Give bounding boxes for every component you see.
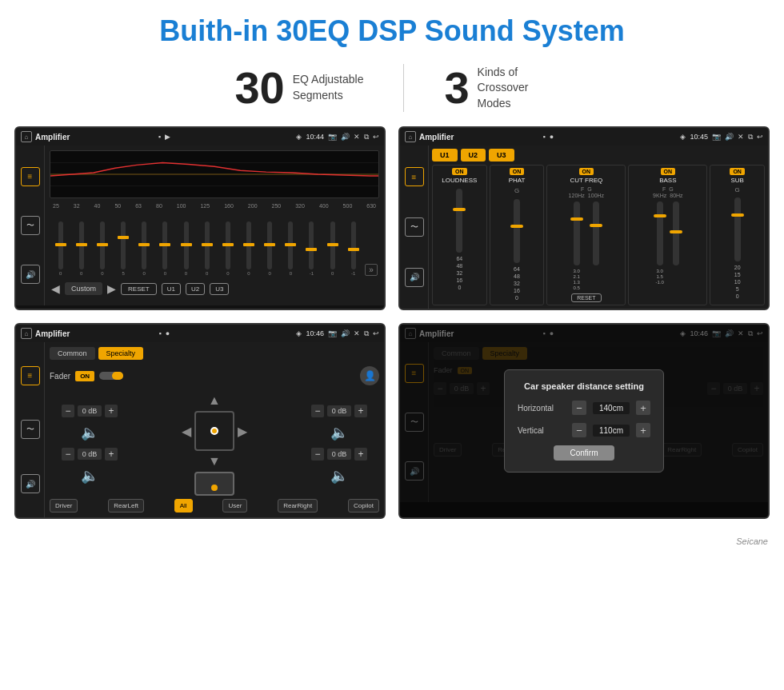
sidebar-vol-btn-2[interactable]: 🔊 — [405, 268, 424, 287]
u3-preset-btn[interactable]: U3 — [489, 149, 514, 162]
db-plus-rl[interactable]: + — [105, 448, 118, 461]
slider-8[interactable]: 0 — [198, 221, 216, 276]
custom-btn[interactable]: Custom — [65, 282, 102, 295]
tab-common[interactable]: Common — [50, 347, 95, 360]
all-btn[interactable]: All — [174, 499, 193, 513]
sidebar-wave-btn-2[interactable]: 〜 — [405, 217, 424, 237]
screen1-sidebar: ≡ 〜 🔊 — [16, 146, 45, 305]
bass-col: ON BASS FG 9KHz — [628, 165, 707, 305]
slider-7[interactable]: 0 — [177, 221, 195, 276]
reset-btn-2[interactable]: RESET — [571, 293, 601, 302]
tab-specialty[interactable]: Specialty — [98, 347, 144, 360]
loudness-col: ON LOUDNESS 64 48 32 16 0 — [432, 165, 487, 305]
dot-icon: ● — [550, 133, 554, 141]
db-minus-fr[interactable]: − — [311, 405, 324, 417]
driver-btn[interactable]: Driver — [50, 499, 78, 513]
slider-14[interactable]: 0 — [323, 221, 342, 276]
slider-1[interactable]: 0 — [51, 221, 70, 276]
slider-15[interactable]: -1 — [344, 221, 362, 276]
sidebar-eq-btn-2[interactable]: ≡ — [405, 167, 424, 186]
distance-dialog: Car speaker distance setting Horizontal … — [504, 369, 664, 473]
sidebar-vol-btn[interactable]: 🔊 — [21, 265, 40, 284]
u2-btn[interactable]: U2 — [186, 283, 205, 295]
person-icon[interactable]: 👤 — [360, 366, 379, 385]
slider-2[interactable]: 0 — [72, 221, 90, 276]
cutfreq-on[interactable]: ON — [579, 168, 594, 175]
horizontal-value: 140cm — [593, 402, 630, 414]
eq-bottom-controls: ◀ Custom ▶ RESET U1 U2 U3 — [50, 279, 379, 298]
rear-right-btn[interactable]: RearRight — [278, 499, 318, 513]
back-icon-2: ↩ — [757, 133, 763, 141]
rear-left-btn[interactable]: RearLeft — [108, 499, 144, 513]
loudness-slider[interactable] — [456, 189, 462, 253]
slider-10[interactable]: 0 — [239, 221, 258, 276]
phat-label: PHAT — [509, 177, 526, 184]
confirm-button[interactable]: Confirm — [554, 445, 614, 461]
expand-btn[interactable]: » — [365, 264, 378, 276]
phat-slider[interactable] — [514, 199, 520, 263]
slider-9[interactable]: 0 — [218, 221, 237, 276]
slider-5[interactable]: 0 — [135, 221, 154, 276]
db-minus-fl[interactable]: − — [62, 405, 74, 417]
slider-6[interactable]: 0 — [156, 221, 174, 276]
cutfreq-slider-f[interactable] — [574, 201, 580, 265]
screens-grid: ⌂ Amplifier ▪ ▶ ◈ 10:44 📷 🔊 ✕ ⧉ ↩ ≡ 〜 🔊 — [0, 126, 784, 533]
horizontal-minus[interactable]: − — [572, 401, 586, 415]
screen1-title: Amplifier — [35, 133, 155, 142]
db-minus-rr[interactable]: − — [311, 448, 324, 461]
sub-col: ON SUB G 20 15 10 5 0 — [710, 165, 765, 305]
cutfreq-label: CUT FREQ — [570, 177, 602, 184]
sidebar-eq-btn[interactable]: ≡ — [21, 167, 40, 186]
home-icon[interactable]: ⌂ — [21, 131, 32, 142]
phat-on[interactable]: ON — [510, 168, 525, 175]
watermark: Seicane — [0, 533, 784, 552]
bass-slider-f[interactable] — [657, 201, 663, 265]
bottom-buttons: Driver RearLeft All User RearRight Copil… — [50, 499, 379, 513]
sub-slider[interactable] — [734, 197, 741, 261]
reset-btn[interactable]: RESET — [121, 283, 157, 295]
copilot-btn[interactable]: Copilot — [348, 499, 379, 513]
stat-crossover-number: 3 — [444, 66, 469, 110]
db-minus-rl[interactable]: − — [62, 448, 74, 461]
db-plus-fr[interactable]: + — [354, 405, 367, 417]
play-icon: ▶ — [165, 133, 170, 141]
vertical-plus[interactable]: + — [636, 423, 650, 437]
fader-on-toggle[interactable]: ON — [75, 371, 94, 381]
crossover-columns: ON LOUDNESS 64 48 32 16 0 — [432, 165, 765, 305]
u1-preset-btn[interactable]: U1 — [432, 149, 458, 162]
slider-11[interactable]: 0 — [261, 221, 279, 276]
prev-btn[interactable]: ◀ — [51, 282, 60, 295]
user-btn[interactable]: User — [222, 499, 247, 513]
db-value-fr: 0 dB — [327, 405, 351, 417]
slider-3[interactable]: 0 — [93, 221, 111, 276]
home-icon-2[interactable]: ⌂ — [405, 131, 416, 142]
screen3-topbar: ⌂ Amplifier ▪ ● ◈ 10:46 📷 🔊 ✕ ⧉ ↩ — [16, 325, 384, 342]
sub-on[interactable]: ON — [730, 168, 745, 175]
bass-slider-g[interactable] — [673, 201, 679, 265]
crosshair[interactable] — [194, 411, 234, 451]
db-plus-fl[interactable]: + — [105, 405, 118, 417]
slider-13[interactable]: -1 — [302, 221, 321, 276]
cutfreq-slider-g[interactable] — [593, 201, 599, 265]
home-icon-3[interactable]: ⌂ — [21, 328, 32, 339]
camera-icon-3: 📷 — [328, 329, 337, 337]
window-icon: ⧉ — [364, 133, 369, 142]
cutfreq-col: ON CUT FREQ FG 120Hz — [546, 165, 626, 305]
sidebar-wave-btn-3[interactable]: 〜 — [21, 420, 40, 439]
loudness-on[interactable]: ON — [452, 168, 467, 175]
sidebar-eq-btn-3[interactable]: ≡ — [21, 366, 40, 385]
vertical-minus[interactable]: − — [572, 423, 586, 437]
u3-btn[interactable]: U3 — [210, 283, 229, 295]
u2-preset-btn[interactable]: U2 — [461, 149, 486, 162]
sidebar-wave-btn[interactable]: 〜 — [21, 216, 40, 235]
sidebar-vol-btn-3[interactable]: 🔊 — [21, 474, 40, 493]
slider-12[interactable]: 0 — [282, 221, 300, 276]
horizontal-row: Horizontal − 140cm + — [518, 401, 650, 415]
slider-4[interactable]: 5 — [114, 221, 132, 276]
u1-btn[interactable]: U1 — [162, 283, 181, 295]
volume-icon-3: 🔊 — [341, 329, 350, 337]
db-plus-rr[interactable]: + — [354, 448, 367, 461]
bass-on[interactable]: ON — [661, 168, 676, 175]
horizontal-plus[interactable]: + — [636, 401, 650, 415]
next-btn[interactable]: ▶ — [107, 282, 116, 295]
